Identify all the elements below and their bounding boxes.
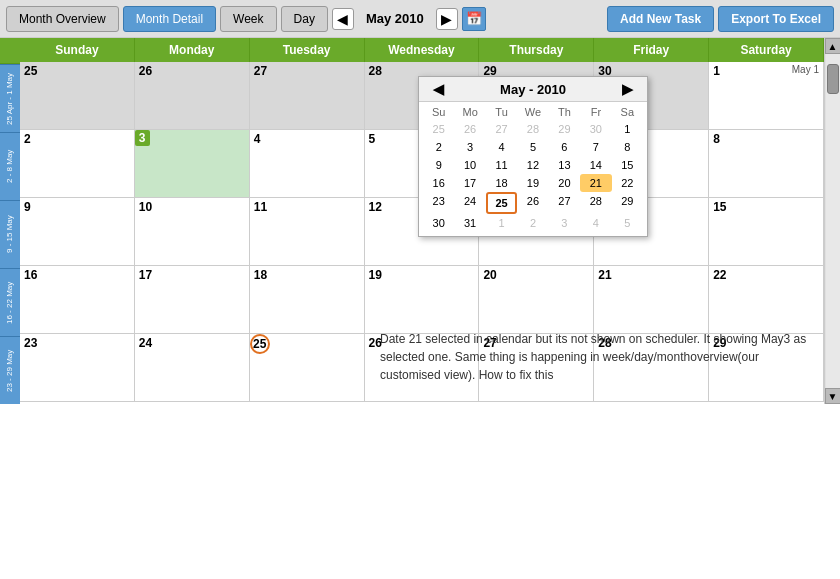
- mini-day-cell[interactable]: 14: [580, 156, 611, 174]
- mini-day-cell[interactable]: 11: [486, 156, 517, 174]
- mini-next-btn[interactable]: ▶: [616, 81, 639, 97]
- day-cell[interactable]: 23: [20, 334, 135, 402]
- mini-day-cell[interactable]: 12: [517, 156, 548, 174]
- day-number: 10: [135, 198, 156, 216]
- mini-day-cell[interactable]: 9: [423, 156, 454, 174]
- day-header: Saturday: [709, 38, 824, 62]
- day-number: 28: [365, 62, 386, 80]
- day-cell[interactable]: 17: [135, 266, 250, 334]
- mini-prev-btn[interactable]: ◀: [427, 81, 450, 97]
- tab-day[interactable]: Day: [281, 6, 328, 32]
- mini-cal-grid: SuMoTuWeThFrSa25262728293012345678910111…: [419, 102, 647, 236]
- day-number: 27: [250, 62, 271, 80]
- day-number: 8: [709, 130, 724, 148]
- mini-day-cell[interactable]: 31: [454, 214, 485, 232]
- next-month-btn[interactable]: ▶: [436, 8, 458, 30]
- day-cell[interactable]: 24: [135, 334, 250, 402]
- mini-day-cell[interactable]: 24: [454, 192, 485, 214]
- scroll-up-arrow[interactable]: ▲: [825, 38, 841, 54]
- week-side-label: 16 - 22 May: [0, 268, 20, 336]
- week-side-label: 2 - 8 May: [0, 132, 20, 200]
- day-cell[interactable]: 22: [709, 266, 824, 334]
- day-header: Wednesday: [365, 38, 480, 62]
- export-excel-button[interactable]: Export To Excel: [718, 6, 834, 32]
- mini-day-cell[interactable]: 23: [423, 192, 454, 214]
- day-cell[interactable]: 19: [365, 266, 480, 334]
- mini-day-cell[interactable]: 1: [612, 120, 643, 138]
- mini-day-cell[interactable]: 27: [549, 192, 580, 214]
- mini-day-cell[interactable]: 27: [486, 120, 517, 138]
- day-number: 1: [709, 62, 724, 80]
- mini-day-cell[interactable]: 16: [423, 174, 454, 192]
- scroll-thumb[interactable]: [827, 64, 839, 94]
- mini-day-cell[interactable]: 3: [549, 214, 580, 232]
- day-cell[interactable]: 2: [20, 130, 135, 198]
- mini-day-cell[interactable]: 19: [517, 174, 548, 192]
- calendar-picker-btn[interactable]: 📅: [462, 7, 486, 31]
- tab-month-overview[interactable]: Month Overview: [6, 6, 119, 32]
- mini-day-cell[interactable]: 15: [612, 156, 643, 174]
- day-header: Friday: [594, 38, 709, 62]
- mini-day-cell[interactable]: 4: [580, 214, 611, 232]
- day-cell[interactable]: 1May 1: [709, 62, 824, 130]
- day-cell[interactable]: 27: [250, 62, 365, 130]
- mini-day-cell[interactable]: 2: [517, 214, 548, 232]
- mini-day-cell[interactable]: 22: [612, 174, 643, 192]
- mini-day-cell[interactable]: 20: [549, 174, 580, 192]
- mini-day-cell[interactable]: 4: [486, 138, 517, 156]
- add-task-button[interactable]: Add New Task: [607, 6, 714, 32]
- mini-day-cell[interactable]: 1: [486, 214, 517, 232]
- day-cell[interactable]: 15: [709, 198, 824, 266]
- day-cell[interactable]: 8: [709, 130, 824, 198]
- mini-day-cell[interactable]: 5: [612, 214, 643, 232]
- mini-day-header: Sa: [612, 106, 643, 118]
- mini-day-cell[interactable]: 2: [423, 138, 454, 156]
- mini-day-cell[interactable]: 29: [549, 120, 580, 138]
- scrollbar: ▲ ▼: [824, 38, 840, 404]
- mini-day-cell[interactable]: 10: [454, 156, 485, 174]
- mini-day-cell[interactable]: 6: [549, 138, 580, 156]
- scroll-down-arrow[interactable]: ▼: [825, 388, 841, 404]
- day-cell[interactable]: 3: [135, 130, 250, 198]
- day-cell[interactable]: 10: [135, 198, 250, 266]
- day-cell[interactable]: 11: [250, 198, 365, 266]
- day-number: 2: [20, 130, 35, 148]
- mini-day-cell[interactable]: 7: [580, 138, 611, 156]
- day-cell[interactable]: 18: [250, 266, 365, 334]
- mini-day-cell[interactable]: 30: [580, 120, 611, 138]
- day-cell[interactable]: 16: [20, 266, 135, 334]
- month-indicator: May 1: [792, 64, 819, 75]
- mini-day-cell[interactable]: 28: [580, 192, 611, 214]
- day-cell[interactable]: 20: [479, 266, 594, 334]
- day-cell[interactable]: 21: [594, 266, 709, 334]
- day-cell[interactable]: 25: [20, 62, 135, 130]
- mini-day-cell[interactable]: 26: [454, 120, 485, 138]
- tab-week[interactable]: Week: [220, 6, 276, 32]
- mini-day-cell[interactable]: 17: [454, 174, 485, 192]
- mini-day-cell[interactable]: 13: [549, 156, 580, 174]
- mini-day-cell[interactable]: 8: [612, 138, 643, 156]
- mini-day-cell[interactable]: 21: [580, 174, 611, 192]
- day-number: 24: [135, 334, 156, 352]
- tab-month-detail[interactable]: Month Detail: [123, 6, 216, 32]
- day-cell[interactable]: 25: [250, 334, 365, 402]
- day-cell[interactable]: 9: [20, 198, 135, 266]
- day-cell[interactable]: 4: [250, 130, 365, 198]
- mini-day-cell[interactable]: 28: [517, 120, 548, 138]
- mini-day-cell[interactable]: 29: [612, 192, 643, 214]
- mini-day-cell[interactable]: 25: [486, 192, 517, 214]
- day-number: 15: [709, 198, 730, 216]
- mini-day-cell[interactable]: 26: [517, 192, 548, 214]
- mini-day-cell[interactable]: 5: [517, 138, 548, 156]
- day-header: Sunday: [20, 38, 135, 62]
- mini-day-header: We: [517, 106, 548, 118]
- day-number: 5: [365, 130, 380, 148]
- mini-day-cell[interactable]: 3: [454, 138, 485, 156]
- scroll-track[interactable]: [826, 54, 840, 388]
- mini-day-cell[interactable]: 30: [423, 214, 454, 232]
- day-cell[interactable]: 26: [135, 62, 250, 130]
- day-number: 21: [594, 266, 615, 284]
- prev-month-btn[interactable]: ◀: [332, 8, 354, 30]
- mini-day-cell[interactable]: 18: [486, 174, 517, 192]
- mini-day-cell[interactable]: 25: [423, 120, 454, 138]
